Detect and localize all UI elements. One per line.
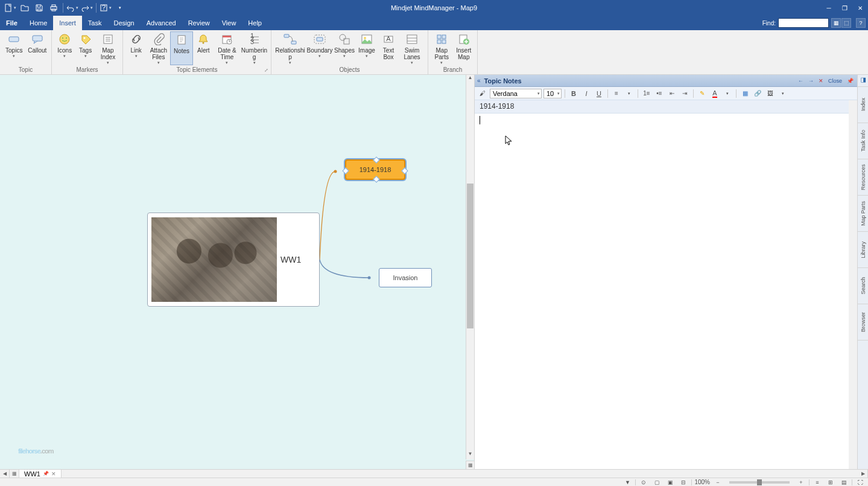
numbering-button[interactable]: 123Numbering (240, 31, 268, 65)
help-icon[interactable]: ? (99, 1, 112, 14)
shapes-button[interactable]: Shapes (333, 31, 356, 65)
underline-button[interactable]: U (594, 88, 604, 99)
callout-button[interactable]: Callout (26, 31, 49, 65)
image-button[interactable]: Image (356, 31, 378, 65)
menu-home[interactable]: Home (24, 16, 53, 30)
tab-scroll-left-icon[interactable]: ◀ (0, 470, 10, 478)
menu-insert[interactable]: Insert (53, 16, 82, 30)
document-tab-ww1[interactable]: WW1 📌 ✕ (19, 470, 62, 478)
format-painter-icon[interactable]: 🖌 (477, 88, 488, 99)
sub-topic[interactable]: Invasion (379, 268, 432, 287)
main-topic[interactable]: WW1 (147, 213, 320, 307)
mindmap-canvas[interactable]: WW1 1914-1918 Invasion filehorse.com ▲▼ … (0, 75, 474, 469)
insert-map-button[interactable]: Insert Map (453, 31, 475, 65)
notes-pin-icon[interactable]: 📌 (846, 78, 855, 84)
zoom-in-button[interactable]: + (796, 479, 806, 486)
selection-handle-top[interactable] (373, 156, 379, 163)
notes-close-button[interactable]: Close (827, 78, 843, 84)
new-document-icon[interactable] (4, 1, 17, 14)
tab-scroll-right-icon[interactable]: ▶ (858, 470, 868, 478)
view-outline-icon[interactable]: ≡ (812, 479, 823, 486)
notes-prev-icon[interactable]: ← (797, 78, 805, 84)
topic-elements-launcher-icon[interactable]: ⤢ (263, 67, 270, 74)
color-dropdown-icon[interactable]: ▾ (722, 88, 733, 99)
open-icon[interactable] (18, 1, 31, 14)
boundary-button[interactable]: Boundary (306, 31, 333, 65)
tags-button[interactable]: Tags (75, 31, 95, 65)
side-tab-map-parts[interactable]: Map Parts (858, 196, 868, 232)
notes-editor[interactable] (475, 114, 857, 469)
status-box2-icon[interactable]: ▣ (665, 479, 676, 486)
status-box1-icon[interactable]: ▢ (651, 479, 662, 486)
side-tab-top-icon[interactable]: ◧ (858, 75, 868, 87)
view-map-icon[interactable]: ⊞ (825, 479, 836, 486)
status-filter-icon[interactable]: ▼ (622, 479, 633, 486)
align-dropdown-icon[interactable]: ▾ (624, 88, 635, 99)
menu-view[interactable]: View (216, 16, 242, 30)
hyperlink-button[interactable]: 🔗 (752, 88, 763, 99)
icons-button[interactable]: Icons (54, 31, 75, 65)
notes-vertical-scrollbar[interactable] (849, 100, 857, 469)
insert-image-button[interactable]: 🖼 (765, 88, 776, 99)
more-options-icon[interactable]: ▾ (778, 88, 788, 99)
selection-handle-bottom[interactable] (373, 176, 379, 182)
notes-next-icon[interactable]: → (807, 78, 815, 84)
menu-help[interactable]: Help (242, 16, 268, 30)
canvas-overview-icon[interactable]: ▦ (466, 461, 474, 469)
alert-button[interactable]: Alert (193, 31, 214, 65)
close-button[interactable]: ✕ (852, 0, 868, 16)
fullscreen-icon[interactable]: ⛶ (855, 479, 866, 486)
map-parts-button[interactable]: Map Parts (431, 31, 453, 65)
side-tab-library[interactable]: Library (858, 232, 868, 268)
font-size-combo[interactable]: 10 (543, 89, 562, 98)
status-target-icon[interactable]: ⊙ (638, 479, 649, 486)
table-button[interactable]: ▦ (740, 88, 750, 99)
italic-button[interactable]: I (581, 88, 592, 99)
numbered-list-button[interactable]: 1≡ (641, 88, 652, 99)
maximize-button[interactable]: ❐ (837, 0, 852, 16)
selected-topic[interactable]: 1914-1918 (345, 159, 405, 180)
notes-close-x-icon[interactable]: ✕ (817, 78, 825, 84)
side-tab-task-info[interactable]: Task Info (858, 123, 868, 159)
attach-files-button[interactable]: Attach Files (147, 31, 170, 65)
bullet-list-button[interactable]: •≡ (654, 88, 665, 99)
relationship-button[interactable]: Relationship (274, 31, 306, 65)
side-tab-index[interactable]: Index (858, 87, 868, 123)
menu-file[interactable]: File (0, 16, 24, 30)
side-tab-search[interactable]: Search (858, 268, 868, 304)
save-icon[interactable] (33, 1, 46, 14)
selection-handle-left[interactable] (342, 167, 349, 174)
menu-review[interactable]: Review (182, 16, 216, 30)
side-tab-resources[interactable]: Resources (858, 159, 868, 196)
date-time-button[interactable]: Date & Time (214, 31, 240, 65)
collapse-panel-icon[interactable]: « (477, 77, 481, 84)
minimize-button[interactable]: ─ (821, 0, 837, 16)
zoom-slider[interactable] (729, 481, 790, 484)
find-input[interactable] (778, 18, 829, 28)
align-button[interactable]: ≡ (611, 88, 622, 99)
find-toggle-1[interactable]: ▦ (831, 18, 841, 28)
indent-button[interactable]: ⇥ (679, 88, 690, 99)
qat-customize-icon[interactable]: ▾ (113, 1, 127, 14)
undo-icon[interactable] (66, 1, 79, 14)
font-family-combo[interactable]: Verdana (490, 89, 542, 98)
find-toggle-2[interactable]: ⬚ (841, 18, 851, 28)
tab-pin-icon[interactable]: 📌 (43, 471, 49, 476)
zoom-out-button[interactable]: − (712, 479, 723, 486)
canvas-vertical-scrollbar[interactable]: ▲▼ (466, 75, 474, 459)
text-box-button[interactable]: AText Box (378, 31, 399, 65)
topics-button[interactable]: Topics (2, 31, 26, 65)
menu-design[interactable]: Design (107, 16, 140, 30)
notes-button[interactable]: Notes (170, 31, 192, 65)
tab-close-icon[interactable]: ✕ (51, 471, 56, 477)
status-collapse-icon[interactable]: ⊟ (678, 479, 689, 486)
swim-lanes-button[interactable]: Swim Lanes (399, 31, 425, 65)
link-button[interactable]: Link (125, 31, 147, 65)
redo-icon[interactable] (80, 1, 93, 14)
map-index-button[interactable]: Map Index (96, 31, 120, 65)
menu-advanced[interactable]: Advanced (141, 16, 182, 30)
selection-handle-right[interactable] (401, 167, 408, 174)
font-color-button[interactable]: A (709, 88, 720, 99)
view-gantt-icon[interactable]: ▤ (838, 479, 849, 486)
side-tab-browser[interactable]: Browser (858, 304, 868, 341)
